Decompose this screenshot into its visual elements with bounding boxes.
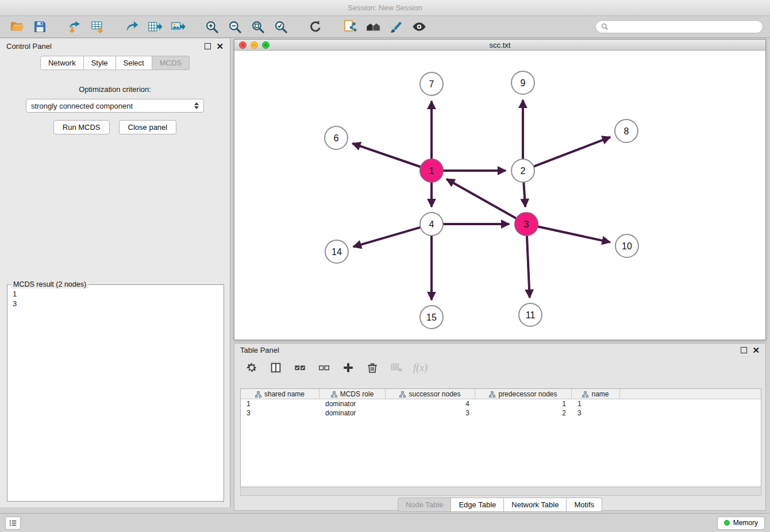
import-network-button[interactable] (64, 18, 84, 36)
new-network-button[interactable] (122, 18, 141, 36)
table-cell[interactable]: 3 (241, 408, 319, 418)
node-4[interactable]: 4 (420, 213, 443, 236)
mcds-result-list: 13 (7, 285, 224, 313)
zoom-out-button[interactable] (225, 18, 245, 36)
window-titlebar[interactable]: Session: New Session (0, 0, 770, 16)
node-8[interactable]: 8 (615, 119, 638, 142)
tab-select[interactable]: Select (116, 56, 152, 70)
node-1[interactable]: 1 (420, 159, 443, 182)
node-6[interactable]: 6 (325, 126, 348, 149)
close-table-panel-icon[interactable]: ✕ (752, 346, 760, 354)
close-control-panel-icon[interactable]: ✕ (216, 42, 224, 51)
edge-3-1[interactable] (446, 179, 517, 219)
import-table-button[interactable] (87, 18, 107, 36)
show-columns-button[interactable] (268, 360, 283, 376)
memory-button[interactable]: Memory (717, 516, 765, 530)
edge-4-14[interactable] (353, 228, 421, 247)
float-panel-icon[interactable] (205, 43, 211, 49)
node-label: 4 (429, 219, 434, 229)
column-header-successor-nodes[interactable]: successor nodes (386, 389, 475, 399)
tab-network[interactable]: Network (40, 56, 84, 70)
show-hide-button[interactable] (409, 18, 429, 36)
delete-row-button[interactable] (364, 360, 380, 376)
list-icon (9, 519, 17, 527)
run-mcds-button[interactable]: Run MCDS (53, 120, 110, 134)
zoom-fit-button[interactable] (248, 18, 268, 36)
table-cell[interactable]: 3 (386, 408, 475, 418)
search-box[interactable] (595, 20, 763, 33)
table-panel: Table Panel ✕ f(x) shared nameMCDS roles… (234, 343, 766, 511)
table-cell[interactable]: 3 (572, 408, 620, 418)
table-cell[interactable]: dominator (319, 408, 386, 418)
apply-style-button[interactable] (340, 18, 360, 36)
node-7[interactable]: 7 (420, 72, 443, 95)
float-table-panel-icon[interactable] (741, 347, 747, 353)
export-table-button[interactable] (145, 18, 164, 36)
tab-network-table[interactable]: Network Table (504, 498, 567, 512)
node-10[interactable]: 10 (615, 234, 638, 257)
table-cell[interactable]: 4 (386, 399, 475, 408)
criterion-select[interactable]: strongly connected component (26, 99, 204, 113)
node-3[interactable]: 3 (515, 213, 538, 236)
table-horizontal-scrollbar[interactable] (240, 487, 761, 496)
close-panel-button[interactable]: Close panel (119, 120, 177, 134)
node-label: 10 (622, 241, 632, 251)
open-session-button[interactable] (7, 18, 26, 36)
add-row-button[interactable] (340, 360, 356, 376)
deselect-all-button[interactable] (316, 360, 332, 376)
zoom-in-button[interactable] (202, 18, 222, 36)
table-settings-button[interactable] (244, 360, 259, 376)
tab-node-table[interactable]: Node Table (398, 498, 452, 512)
table-cell[interactable]: dominator (319, 399, 386, 408)
edge-3-10[interactable] (538, 226, 610, 242)
delete-table-icon (390, 361, 403, 374)
node-14[interactable]: 14 (325, 240, 348, 263)
control-panel-header: Control Panel ✕ (0, 38, 230, 54)
node-15[interactable]: 15 (420, 306, 443, 329)
table-cell[interactable]: 1 (475, 399, 572, 408)
column-header-name[interactable]: name (572, 389, 620, 399)
zoom-selected-button[interactable] (271, 18, 291, 36)
column-header-shared-name[interactable]: shared name (241, 389, 319, 399)
delete-table-button[interactable] (388, 360, 404, 376)
edge-1-6[interactable] (352, 144, 421, 167)
edge-2-3[interactable] (523, 182, 525, 207)
paintbrush-icon (388, 20, 403, 34)
edge-2-8[interactable] (534, 137, 610, 167)
table-cell[interactable]: 1 (241, 399, 319, 408)
export-image-button[interactable] (168, 18, 187, 36)
save-session-button[interactable] (30, 18, 49, 36)
column-header-mcds-role[interactable]: MCDS role (319, 389, 386, 399)
close-window-icon[interactable]: × (239, 41, 247, 49)
network-canvas[interactable]: 7968124314101511 (234, 51, 765, 340)
refresh-button[interactable] (306, 18, 325, 36)
minimize-window-icon[interactable]: − (251, 41, 258, 49)
table-row[interactable]: 1dominator411 (241, 399, 761, 408)
maximize-window-icon[interactable]: + (262, 41, 270, 49)
table-cell[interactable]: 1 (572, 399, 620, 408)
window-title: Session: New Session (348, 3, 422, 12)
edge-3-11[interactable] (527, 236, 530, 298)
table-row[interactable]: 3dominator323 (241, 408, 761, 418)
tab-style[interactable]: Style (84, 56, 116, 70)
search-input[interactable] (612, 23, 757, 31)
table-cell[interactable]: 2 (475, 408, 572, 418)
select-all-button[interactable] (292, 360, 307, 376)
annotations-button[interactable] (386, 18, 406, 36)
node-11[interactable]: 11 (519, 303, 542, 326)
first-neighbors-button[interactable] (363, 18, 383, 36)
function-builder-button[interactable]: f(x) (413, 360, 428, 376)
task-history-button[interactable] (5, 516, 21, 530)
tab-motifs[interactable]: Motifs (567, 498, 602, 512)
node-9[interactable]: 9 (511, 71, 534, 94)
zoom-selected-icon (274, 20, 288, 34)
zoom-in-icon (205, 20, 220, 34)
control-panel: Control Panel ✕ NetworkStyleSelectMCDS O… (0, 38, 230, 507)
network-window-titlebar[interactable]: × − + scc.txt (234, 40, 765, 51)
tab-edge-table[interactable]: Edge Table (451, 498, 504, 512)
memory-status-icon (724, 520, 730, 526)
table-panel-title: Table Panel (240, 346, 279, 354)
node-2[interactable]: 2 (511, 159, 534, 182)
tab-mcds[interactable]: MCDS (152, 56, 190, 70)
column-header-predecessor-nodes[interactable]: predecessor nodes (475, 389, 572, 399)
